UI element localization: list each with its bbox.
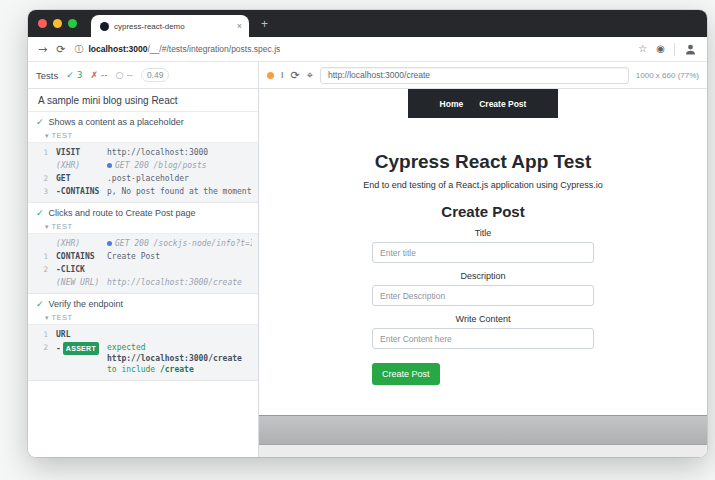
- command-method: (NEW URL): [48, 277, 104, 288]
- minimize-window-button[interactable]: [53, 19, 62, 28]
- bookmark-star-icon[interactable]: ☆: [638, 44, 647, 54]
- description-input[interactable]: [372, 285, 594, 306]
- test-title-row[interactable]: ✓ Clicks and route to Create Post page: [28, 203, 258, 221]
- command-row[interactable]: 1 URL: [28, 328, 258, 341]
- aut-url-field[interactable]: http://localhost:3000/create: [320, 67, 629, 84]
- command-method: URL: [48, 329, 104, 340]
- test-section-toggle[interactable]: ▾ TEST: [28, 130, 258, 142]
- assert-badge: ASSERT: [63, 342, 99, 355]
- test-passed-icon: ✓: [36, 208, 44, 218]
- command-method: -ASSERT: [48, 342, 104, 355]
- command-method: VISIT: [48, 147, 104, 158]
- nav-create-post-link[interactable]: Create Post: [479, 99, 526, 109]
- command-number: 1: [28, 329, 48, 340]
- aut-preview-panel: Home Create Post Cypress React App Test …: [259, 89, 707, 457]
- tab-title: cypress-react-demo: [114, 22, 232, 31]
- test-title: Verify the endpoint: [49, 299, 124, 309]
- zoom-window-button[interactable]: [68, 19, 77, 28]
- command-number: 1: [28, 251, 48, 262]
- command-method: -CLICK: [48, 264, 104, 275]
- tab-close-icon[interactable]: ×: [237, 22, 242, 31]
- horizontal-scrollbar[interactable]: [259, 415, 707, 445]
- command-message: .post-placeholder: [104, 173, 252, 184]
- command-number: 3: [28, 186, 48, 197]
- test-title-row[interactable]: ✓ Verify the endpoint: [28, 294, 258, 312]
- child-command-dash: -: [56, 344, 61, 353]
- chevron-down-icon: ▾: [45, 223, 49, 231]
- app-subtitle: End to end testing of a React.js applica…: [259, 180, 707, 190]
- command-row-assert[interactable]: 2 -ASSERT expected http://localhost:3000…: [28, 341, 258, 376]
- status-indicator-icon: [267, 72, 274, 79]
- app-under-test: Home Create Post Cypress React App Test …: [259, 89, 707, 415]
- tests-back-button[interactable]: Tests: [36, 70, 58, 81]
- profile-icon[interactable]: [684, 43, 697, 56]
- close-window-button[interactable]: [38, 19, 47, 28]
- passed-stat: ✓3: [66, 70, 82, 80]
- command-row[interactable]: 2 GET .post-placeholder: [28, 172, 258, 185]
- test-item[interactable]: ✓ Clicks and route to Create Post page ▾…: [28, 203, 258, 294]
- command-number: 1: [28, 147, 48, 158]
- test-title-row[interactable]: ✓ Shows a content as a placeholder: [28, 112, 258, 130]
- command-row[interactable]: 1 VISIT http://localhost:3000: [28, 146, 258, 159]
- selector-playground-icon[interactable]: ⌖: [307, 70, 313, 81]
- viewport-info: 1000 x 660 (77%): [636, 71, 699, 80]
- section-label: TEST: [52, 222, 73, 231]
- assert-actual-value: http://localhost:3000/create: [107, 354, 242, 363]
- section-label: TEST: [52, 131, 73, 140]
- command-list: (XHR) GET 200 /sockjs-node/info?t=154686…: [28, 233, 258, 293]
- browser-window: cypress-react-demo × + → ⟳ ⓘ localhost:3…: [28, 10, 707, 457]
- command-log-panel: A sample mini blog using React ✓ Shows a…: [28, 89, 259, 457]
- command-method: GET: [48, 173, 104, 184]
- xhr-message: GET 200 /sockjs-node/info?t=1546869…: [115, 239, 252, 248]
- command-method: CONTAINS: [48, 251, 104, 262]
- failed-stat: ✗--: [90, 70, 107, 80]
- command-row[interactable]: (XHR) GET 200 /blog/posts: [28, 159, 258, 172]
- browser-tab[interactable]: cypress-react-demo ×: [91, 15, 249, 37]
- failed-cross-icon: ✗: [90, 70, 98, 80]
- test-title: Shows a content as a placeholder: [49, 117, 184, 127]
- pending-count: --: [126, 70, 133, 80]
- browser-address-bar: → ⟳ ⓘ localhost:3000/__/#/tests/integrat…: [28, 37, 707, 62]
- test-passed-icon: ✓: [36, 299, 44, 309]
- command-row[interactable]: (NEW URL) http://localhost:3000/create: [28, 276, 258, 289]
- command-list: 1 URL 2 -ASSERT expected http://localhos…: [28, 324, 258, 380]
- command-row[interactable]: (XHR) GET 200 /sockjs-node/info?t=154686…: [28, 237, 258, 250]
- test-title: Clicks and route to Create Post page: [49, 208, 196, 218]
- command-row[interactable]: 2 -CLICK: [28, 263, 258, 276]
- new-tab-button[interactable]: +: [261, 18, 268, 30]
- test-passed-icon: ✓: [36, 117, 44, 127]
- command-row[interactable]: 1 CONTAINS Create Post: [28, 250, 258, 263]
- command-method: (XHR): [48, 160, 104, 171]
- extension-icon[interactable]: ◉: [656, 44, 665, 54]
- indicator-label: I: [281, 70, 284, 80]
- runner-content: A sample mini blog using React ✓ Shows a…: [28, 89, 707, 457]
- page-info-icon[interactable]: ⓘ: [74, 43, 83, 56]
- content-input[interactable]: [372, 328, 594, 349]
- reload-icon[interactable]: ⟳: [56, 44, 65, 55]
- xhr-message: GET 200 /blog/posts: [115, 161, 207, 170]
- forward-icon[interactable]: →: [38, 44, 47, 55]
- assert-expected-value: /create: [160, 365, 194, 374]
- cypress-runner-toolbar: Tests ✓3 ✗-- ○-- 0.49 I ⟳ ⌖ http://local…: [28, 62, 707, 89]
- nav-home-link[interactable]: Home: [440, 99, 464, 109]
- command-list: 1 VISIT http://localhost:3000 (XHR) GET …: [28, 142, 258, 202]
- restart-tests-icon[interactable]: ⟳: [291, 70, 300, 81]
- command-message: p, No post found at the moment: [104, 186, 252, 197]
- test-item[interactable]: ✓ Verify the endpoint ▾ TEST 1 URL 2 -AS: [28, 294, 258, 381]
- xhr-status-dot-icon: [107, 241, 112, 246]
- command-row[interactable]: 3 -CONTAINS p, No post found at the mome…: [28, 185, 258, 198]
- create-post-button[interactable]: Create Post: [372, 363, 440, 385]
- title-label: Title: [372, 228, 594, 238]
- toolbar-divider: [674, 43, 675, 56]
- title-input[interactable]: [372, 242, 594, 263]
- passed-count: 3: [77, 70, 83, 80]
- test-section-toggle[interactable]: ▾ TEST: [28, 221, 258, 233]
- browser-tab-bar: cypress-react-demo × +: [28, 10, 707, 37]
- cypress-favicon-icon: [100, 22, 109, 31]
- address-bar-input[interactable]: ⓘ localhost:3000/__/#/tests/integration/…: [74, 43, 629, 56]
- test-item[interactable]: ✓ Shows a content as a placeholder ▾ TES…: [28, 112, 258, 203]
- assert-text: expected: [107, 343, 146, 352]
- test-section-toggle[interactable]: ▾ TEST: [28, 312, 258, 324]
- app-navbar: Home Create Post: [408, 89, 558, 118]
- content-label: Write Content: [372, 314, 594, 324]
